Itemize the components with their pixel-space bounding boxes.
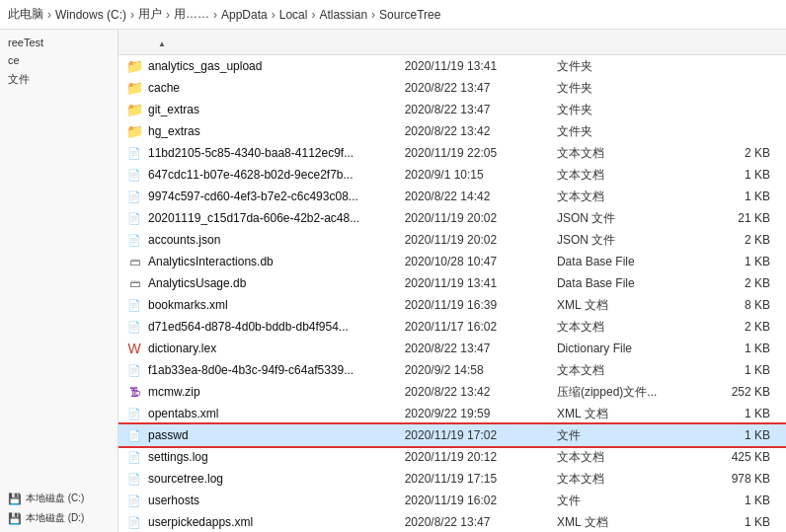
sidebar-drive-d[interactable]: 💾 本地磁盘 (D:): [0, 508, 118, 528]
breadcrumb-username[interactable]: 用……: [174, 6, 209, 23]
file-name: opentabs.xml: [148, 407, 218, 420]
table-row[interactable]: 📁 git_extras 2020/8/22 13:47 文件夹: [118, 99, 786, 120]
table-row[interactable]: 📄 20201119_c15d17da-606e-42b2-ac48... 20…: [118, 207, 786, 229]
table-row[interactable]: 📄 userhosts 2020/11/19 16:02 文件 1 KB: [118, 490, 786, 511]
breadcrumb-drive[interactable]: Windows (C:): [55, 8, 126, 22]
file-size: 2 KB: [709, 320, 786, 334]
file-size: 1 KB: [709, 494, 786, 507]
col-header-name[interactable]: ▲: [118, 36, 405, 49]
file-date: 2020/11/19 16:39: [405, 298, 557, 312]
breadcrumb: 此电脑 › Windows (C:) › 用户 › 用…… › AppData …: [0, 0, 786, 30]
txt-icon: 📄: [126, 471, 142, 487]
file-size: 1 KB: [709, 515, 786, 529]
left-sidebar: reeTest ce 文件 💾 本地磁盘 (C:) 💾 本地磁盘 (D:): [0, 30, 118, 532]
file-type: 文件: [557, 493, 709, 509]
file-name: dictionary.lex: [148, 342, 216, 355]
file-type-icon: 📄: [126, 471, 142, 487]
file-type: Data Base File: [557, 255, 709, 268]
file-type-icon: 📄: [126, 319, 142, 335]
file-type-icon: 📄: [126, 210, 142, 226]
table-row[interactable]: 📁 cache 2020/8/22 13:47 文件夹: [118, 77, 786, 99]
file-type-icon: 📄: [126, 297, 142, 313]
file-name: sourcetree.log: [148, 472, 223, 486]
table-row[interactable]: 📄 userpickedapps.xml 2020/8/22 13:47 XML…: [118, 511, 786, 532]
file-type: JSON 文件: [557, 210, 709, 227]
file-type-icon: W: [126, 341, 142, 356]
sidebar-drive-c[interactable]: 💾 本地磁盘 (C:): [0, 489, 118, 508]
file-size: 252 KB: [709, 385, 786, 399]
table-row[interactable]: 📄 9974c597-cd60-4ef3-b7e2-c6c493c08... 2…: [118, 186, 786, 207]
file-size: 1 KB: [709, 255, 786, 268]
file-date: 2020/10/28 10:47: [405, 255, 557, 268]
file-name-cell: 📄 11bd2105-5c85-4340-baa8-4112ec9f...: [118, 145, 405, 161]
table-row[interactable]: 📄 sourcetree.log 2020/11/19 17:15 文本文档 9…: [118, 468, 786, 490]
table-row[interactable]: W dictionary.lex 2020/8/22 13:47 Diction…: [118, 338, 786, 359]
table-row[interactable]: 📄 passwd 2020/11/19 17:02 文件 1 KB: [118, 424, 786, 446]
file-list[interactable]: 📁 analytics_gas_upload 2020/11/19 13:41 …: [118, 55, 786, 532]
file-type: 文件夹: [557, 102, 709, 118]
breadcrumb-local[interactable]: Local: [279, 8, 308, 22]
table-row[interactable]: 📄 opentabs.xml 2020/9/22 19:59 XML 文档 1 …: [118, 403, 786, 424]
table-row[interactable]: 📁 analytics_gas_upload 2020/11/19 13:41 …: [118, 55, 786, 77]
table-row[interactable]: 🗃 AnalyticsUsage.db 2020/11/19 13:41 Dat…: [118, 272, 786, 294]
file-type: JSON 文件: [557, 232, 709, 249]
folder-icon: 📁: [126, 80, 142, 96]
table-row[interactable]: 🗜 mcmw.zip 2020/8/22 13:42 压缩(zipped)文件.…: [118, 381, 786, 403]
file-date: 2020/9/1 10:15: [405, 168, 557, 182]
sidebar-item-ce[interactable]: ce: [0, 51, 118, 69]
file-name: 647cdc11-b07e-4628-b02d-9ece2f7b...: [148, 168, 354, 182]
file-type-icon: 📁: [126, 102, 142, 117]
txt-icon: 📄: [126, 145, 142, 161]
file-date: 2020/11/19 20:02: [405, 233, 557, 247]
file-type: 文本文档: [557, 362, 709, 379]
file-type: Dictionary File: [557, 342, 709, 355]
file-size: 2 KB: [709, 233, 786, 247]
file-name-cell: W dictionary.lex: [118, 341, 405, 356]
file-date: 2020/11/19 16:02: [405, 494, 557, 507]
file-name: 9974c597-cd60-4ef3-b7e2-c6c493c08...: [148, 190, 358, 203]
file-name-cell: 📁 git_extras: [118, 102, 405, 117]
table-row[interactable]: 📄 bookmarks.xml 2020/11/19 16:39 XML 文档 …: [118, 294, 786, 316]
table-row[interactable]: 📁 hg_extras 2020/8/22 13:42 文件夹: [118, 120, 786, 142]
file-type-icon: 📁: [126, 80, 142, 96]
breadcrumb-users[interactable]: 用户: [138, 6, 162, 23]
table-row[interactable]: 📄 settings.log 2020/11/19 20:12 文本文档 425…: [118, 446, 786, 468]
file-name: analytics_gas_upload: [148, 59, 262, 73]
file-name-cell: 📄 accounts.json: [118, 232, 405, 248]
table-row[interactable]: 📄 d71ed564-d878-4d0b-bddb-db4f954... 202…: [118, 316, 786, 338]
file-name: passwd: [148, 428, 189, 442]
file-name: bookmarks.xml: [148, 298, 228, 312]
folder-icon: 📁: [126, 58, 142, 74]
sidebar-item-files[interactable]: 文件: [0, 69, 118, 90]
file-name: 20201119_c15d17da-606e-42b2-ac48...: [148, 211, 359, 225]
txt-icon: 📄: [126, 449, 142, 465]
table-row[interactable]: 📄 accounts.json 2020/11/19 20:02 JSON 文件…: [118, 229, 786, 251]
sidebar-item-treetest[interactable]: reeTest: [0, 34, 118, 51]
txt-icon: 📄: [126, 189, 142, 204]
file-type-icon: 📄: [126, 406, 142, 421]
file-size: 2 KB: [709, 146, 786, 160]
file-size: 425 KB: [709, 450, 786, 464]
breadcrumb-computer[interactable]: 此电脑: [8, 6, 43, 23]
file-type-icon: 🗃: [126, 254, 142, 269]
table-row[interactable]: 📄 11bd2105-5c85-4340-baa8-4112ec9f... 20…: [118, 142, 786, 164]
file-type: XML 文档: [557, 406, 709, 422]
file-name-cell: 📁 analytics_gas_upload: [118, 58, 405, 74]
file-date: 2020/8/22 13:47: [405, 103, 557, 116]
breadcrumb-appdata[interactable]: AppData: [221, 8, 268, 22]
table-row[interactable]: 📄 647cdc11-b07e-4628-b02d-9ece2f7b... 20…: [118, 164, 786, 186]
file-name: 11bd2105-5c85-4340-baa8-4112ec9f...: [148, 146, 354, 160]
file-size: 1 KB: [709, 168, 786, 182]
file-type: 压缩(zipped)文件...: [557, 384, 709, 401]
breadcrumb-atlassian[interactable]: Atlassian: [319, 8, 367, 22]
file-name-cell: 🗃 AnalyticsInteractions.db: [118, 254, 405, 269]
lex-icon: W: [126, 341, 142, 356]
file-date: 2020/11/19 17:02: [405, 428, 557, 442]
breadcrumb-sourcetree[interactable]: SourceTree: [379, 8, 440, 22]
file-name: d71ed564-d878-4d0b-bddb-db4f954...: [148, 320, 349, 334]
db-icon: 🗃: [126, 275, 142, 291]
table-row[interactable]: 📄 f1ab33ea-8d0e-4b3c-94f9-c64af5339... 2…: [118, 359, 786, 381]
sort-indicator: ▲: [158, 39, 166, 48]
table-row[interactable]: 🗃 AnalyticsInteractions.db 2020/10/28 10…: [118, 251, 786, 272]
file-type: 文件夹: [557, 80, 709, 97]
